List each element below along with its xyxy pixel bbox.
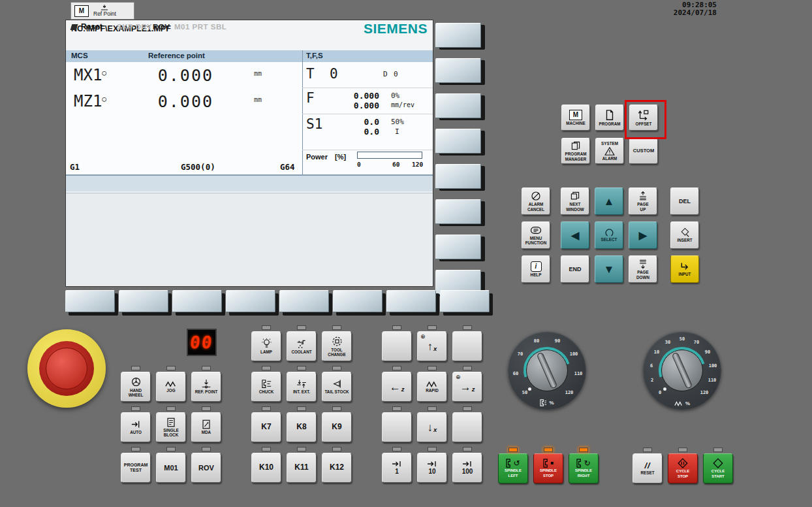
cursor-up-key[interactable]: ▲ bbox=[595, 188, 623, 215]
rov-key[interactable]: ROV bbox=[191, 453, 221, 483]
softkey-bottom-6[interactable] bbox=[333, 290, 383, 312]
softkey-bottom-8[interactable] bbox=[440, 290, 490, 312]
program-manager-key[interactable]: PROGRAMMANAGER bbox=[561, 138, 590, 164]
hand-wheel-led bbox=[131, 366, 140, 370]
spare-key-4-led bbox=[463, 406, 472, 411]
coolant-key[interactable]: COOLANT bbox=[287, 331, 317, 361]
softkey-bottom-7[interactable] bbox=[386, 290, 436, 312]
reference-point-header: Reference point bbox=[148, 52, 205, 59]
softkey-right-1[interactable] bbox=[435, 23, 481, 48]
k7-key[interactable]: K7 bbox=[251, 412, 281, 442]
increment-100-led bbox=[463, 447, 472, 451]
softkey-right-6[interactable] bbox=[435, 199, 481, 224]
power-bar bbox=[357, 152, 422, 159]
jog-key[interactable]: JOG bbox=[156, 372, 186, 402]
axis-x-minus-key[interactable]: ↓x bbox=[417, 412, 447, 442]
axis-z-plus-key[interactable]: ⊕ →z bbox=[452, 372, 482, 402]
cycle-stop-key[interactable]: CYCLESTOP bbox=[668, 453, 698, 483]
ref-point-key[interactable]: REF. POINT bbox=[191, 372, 221, 402]
softkey-bottom-3[interactable] bbox=[172, 290, 222, 312]
axis-z-minus-key[interactable]: ←z bbox=[382, 372, 412, 402]
menu-function-key[interactable]: MENUFUNCTION bbox=[522, 221, 550, 249]
feed-label: F bbox=[306, 90, 315, 106]
insert-key[interactable]: INSERT bbox=[670, 221, 699, 249]
offset-key[interactable]: OFFSET bbox=[629, 105, 658, 131]
m01-key[interactable]: M01 bbox=[156, 453, 186, 483]
ref-point-indicator: Ref Point bbox=[93, 5, 116, 17]
spindle-stop-key[interactable]: ■ SPINDLESTOP bbox=[533, 453, 563, 483]
softkey-right-7[interactable] bbox=[435, 235, 481, 259]
increment-1-key[interactable]: 1 bbox=[382, 453, 412, 483]
page-up-key[interactable]: PAGEUP bbox=[629, 188, 657, 215]
cursor-left-key[interactable]: ◀ bbox=[561, 221, 589, 249]
system-alarm-key[interactable]: SYSTEM ALARM bbox=[595, 138, 624, 164]
auto-key[interactable]: AUTO bbox=[121, 412, 151, 442]
reset-key[interactable]: // RESET bbox=[632, 453, 663, 483]
axis-row-unit: mm bbox=[254, 96, 262, 103]
spindle-right-key[interactable]: ↻ SPINDLERIGHT bbox=[569, 453, 599, 483]
k8-led bbox=[297, 406, 306, 411]
spare-key-4[interactable] bbox=[452, 412, 482, 442]
hand-wheel-key[interactable]: HANDWHEEL bbox=[121, 372, 151, 402]
program-key[interactable]: PROGRAM bbox=[595, 105, 624, 131]
program-test-key[interactable]: PROGRAMTEST bbox=[121, 453, 151, 483]
cycle-start-key[interactable]: CYCLESTART bbox=[703, 453, 733, 483]
feed-override-knob[interactable]: 0 2 6 10 30 50 70 90 100 110 120 % bbox=[643, 331, 721, 410]
mda-key[interactable]: MDA bbox=[191, 412, 221, 442]
select-key[interactable]: SELECT bbox=[595, 221, 623, 249]
k8-key[interactable]: K8 bbox=[287, 412, 317, 442]
cursor-right-key[interactable]: ▶ bbox=[629, 221, 657, 249]
k11-key[interactable]: K11 bbox=[287, 453, 317, 483]
softkey-bottom-5[interactable] bbox=[279, 290, 329, 312]
program-manager-icon bbox=[570, 140, 581, 151]
softkey-bottom-1[interactable] bbox=[65, 290, 115, 312]
softkey-bottom-4[interactable] bbox=[226, 290, 275, 312]
chuck-key[interactable]: CHUCK bbox=[251, 372, 281, 402]
end-key[interactable]: END bbox=[561, 255, 589, 283]
machine-key[interactable]: M MACHINE bbox=[561, 105, 590, 131]
status-flags-inactive-2: M01 PRT SBL bbox=[174, 23, 226, 31]
spindle-left-key[interactable]: ↺ SPINDLELEFT bbox=[498, 453, 528, 483]
spare-key-3[interactable] bbox=[382, 412, 412, 442]
softkey-right-2[interactable] bbox=[435, 58, 481, 83]
k12-key[interactable]: K12 bbox=[322, 453, 352, 483]
softkey-right-4[interactable] bbox=[435, 129, 481, 154]
input-key[interactable]: INPUT bbox=[670, 255, 699, 283]
axis-x-plus-key[interactable]: ⊕ ↑x bbox=[417, 331, 447, 361]
help-key[interactable]: i HELP bbox=[522, 255, 550, 283]
page-down-key[interactable]: PAGEDOWN bbox=[629, 255, 657, 283]
cursor-down-key[interactable]: ▼ bbox=[595, 255, 623, 283]
emergency-stop-button[interactable] bbox=[27, 329, 106, 408]
increment-100-key[interactable]: 100 bbox=[452, 453, 482, 483]
feed-actual: 0.000 bbox=[337, 91, 379, 101]
tool-change-key[interactable]: TOOLCHANGE bbox=[322, 331, 352, 361]
date-text: 2024/07/18 bbox=[646, 9, 717, 17]
spindle-override-knob[interactable]: 50 60 70 80 90 100 110 120 % bbox=[508, 331, 586, 410]
spindle-left-led bbox=[508, 448, 518, 452]
up-arrow-icon: ↑ bbox=[428, 341, 433, 352]
k9-key[interactable]: K9 bbox=[322, 412, 352, 442]
lamp-icon bbox=[261, 338, 272, 349]
lamp-key[interactable]: LAMP bbox=[251, 331, 281, 361]
next-window-key[interactable]: NEXTWINDOW bbox=[561, 188, 589, 215]
axis-z-minus-led bbox=[392, 366, 401, 370]
status-flags-inactive-1: SKP DRY bbox=[117, 23, 152, 31]
softkey-right-3[interactable] bbox=[435, 93, 481, 118]
tail-stock-led bbox=[332, 366, 341, 370]
spare-key-1[interactable] bbox=[382, 331, 412, 361]
spare-key-2[interactable] bbox=[452, 331, 482, 361]
softkey-right-5[interactable] bbox=[435, 164, 481, 189]
axis-row-value: 0.000 bbox=[136, 92, 213, 111]
softkey-bottom-2[interactable] bbox=[119, 290, 168, 312]
k10-key[interactable]: K10 bbox=[251, 453, 281, 483]
rapid-key[interactable]: RAPID bbox=[417, 372, 447, 402]
alarm-cancel-key[interactable]: ALARMCANCEL bbox=[522, 188, 550, 215]
single-block-key[interactable]: SINGLEBLOCK bbox=[156, 412, 186, 442]
custom-key[interactable]: CUSTOM bbox=[629, 138, 658, 164]
int-ext-key[interactable]: INT. EXT. bbox=[287, 372, 317, 402]
spindle-unit: I bbox=[395, 127, 399, 136]
tail-stock-key[interactable]: TAIL STOCK bbox=[322, 372, 352, 402]
del-key[interactable]: DEL bbox=[670, 188, 699, 215]
increment-10-key[interactable]: 10 bbox=[417, 453, 447, 483]
increment-arrow-icon bbox=[392, 461, 402, 467]
